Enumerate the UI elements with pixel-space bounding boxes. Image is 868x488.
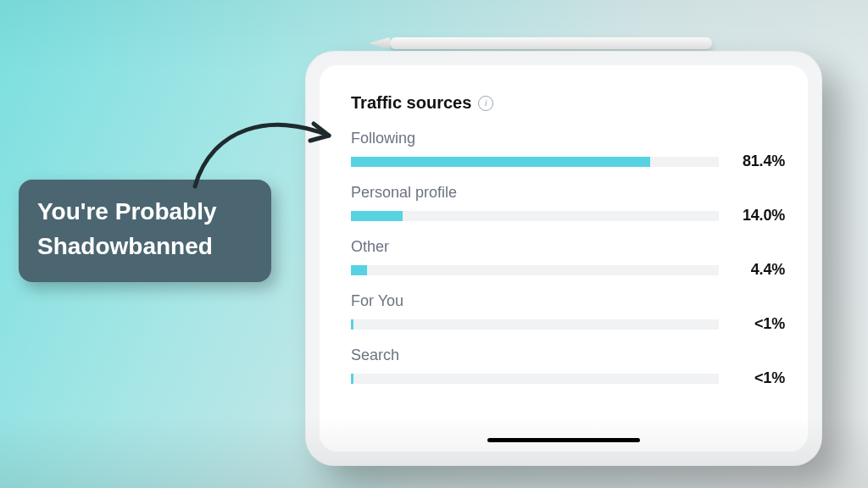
metric-value: <1% [731,315,785,333]
metric-row: Personal profile 14.0% [351,184,785,225]
home-indicator [487,438,640,442]
metric-label: For You [351,292,785,310]
bar-fill [351,374,353,384]
metric-row: Other 4.4% [351,238,785,279]
metric-value: 81.4% [731,152,785,170]
metric-row: Search <1% [351,347,785,387]
section-header: Traffic sources i [351,93,785,113]
metric-label: Personal profile [351,184,785,202]
metric-row: For You <1% [351,292,785,333]
section-title: Traffic sources [351,93,471,113]
metric-label: Following [351,130,785,147]
tablet-screen: Traffic sources i Following 81.4% Person… [319,64,809,452]
metric-label: Search [351,347,785,364]
stage: Traffic sources i Following 81.4% Person… [0,0,868,488]
bar-track [351,211,719,221]
stylus [390,37,712,49]
bar-fill [351,265,367,275]
info-icon[interactable]: i [478,96,493,111]
bar-fill [351,157,650,167]
bar-track [351,265,719,275]
callout-bubble: You're Probably Shadowbanned [19,180,271,282]
metric-value: 14.0% [731,207,785,225]
bar-track [351,157,719,167]
bar-fill [351,319,353,330]
metric-value: <1% [731,369,785,387]
tablet-frame: Traffic sources i Following 81.4% Person… [305,51,822,466]
metric-label: Other [351,238,785,256]
bar-fill [351,211,403,221]
metric-value: 4.4% [731,261,785,279]
callout-text: You're Probably Shadowbanned [37,195,254,263]
metric-row: Following 81.4% [351,130,785,170]
bar-track [351,374,719,384]
bar-track [351,319,719,330]
